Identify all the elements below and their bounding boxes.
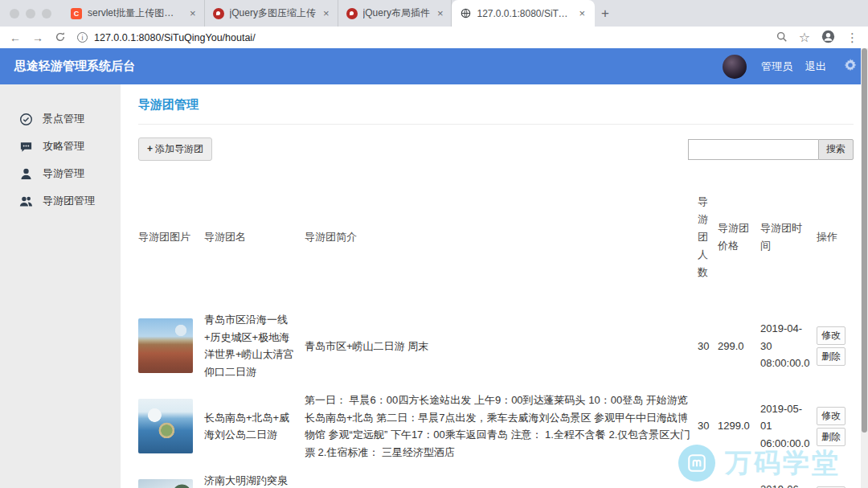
- globe-favicon: [460, 8, 471, 19]
- tour-group-intro: 第一日： 早晨6：00四方长途站出发 上午9：00到达蓬莱码头 10：00登岛 …: [305, 386, 698, 466]
- tab-close-icon[interactable]: ×: [436, 7, 445, 19]
- tab-close-icon[interactable]: ×: [577, 7, 587, 19]
- browser-menu-icon[interactable]: ⋮: [846, 31, 858, 43]
- sidebar-item-label: 攻略管理: [43, 139, 84, 154]
- logout-link[interactable]: 退出: [805, 59, 826, 74]
- delete-button[interactable]: 删除: [817, 347, 845, 366]
- new-tab-button[interactable]: +: [595, 3, 616, 24]
- site-favicon: [346, 8, 358, 19]
- watermark-text: 万码学堂: [725, 445, 841, 482]
- page-info-icon[interactable]: i: [77, 32, 88, 43]
- user-icon: [19, 167, 33, 181]
- tour-group-name: 长岛南岛+北岛+威海刘公岛二日游: [204, 386, 305, 466]
- sidebar-item-label: 景点管理: [43, 112, 84, 126]
- tour-group-photo: [138, 399, 193, 453]
- chat-icon: [19, 140, 33, 154]
- profile-avatar-icon[interactable]: [821, 30, 835, 45]
- col-header-time: 导游团时间: [760, 169, 817, 306]
- sidebar-item-guides-strategy[interactable]: 攻略管理: [0, 133, 121, 160]
- tour-group-table: 导游团图片 导游团名 导游团简介 导游团人数 导游团价格 导游团时间 操作 青岛…: [138, 169, 850, 488]
- search-button[interactable]: 搜索: [818, 139, 854, 160]
- tab-title: jQuery多图压缩上传: [230, 6, 316, 20]
- browser-tab-1[interactable]: C servlet批量上传图片 - 飞一样的 ×: [63, 0, 205, 27]
- edit-button[interactable]: 修改: [817, 407, 845, 425]
- settings-gear-icon[interactable]: [844, 59, 857, 75]
- tour-group-name: 青岛市区沿海一线+历史城区+极地海洋世界+崂山太清宫仰口二日游: [204, 306, 305, 386]
- bookmark-star-icon[interactable]: ☆: [799, 31, 810, 44]
- table-header-row: 导游团图片 导游团名 导游团简介 导游团人数 导游团价格 导游团时间 操作: [138, 169, 850, 306]
- col-header-name: 导游团名: [204, 169, 305, 306]
- site-favicon: [213, 8, 224, 19]
- csdn-favicon: C: [71, 8, 82, 19]
- col-header-price: 导游团价格: [718, 169, 760, 306]
- tour-group-people: 30: [698, 306, 718, 386]
- page-title: 导游团管理: [138, 97, 854, 125]
- maximize-window-icon[interactable]: [42, 9, 51, 18]
- app-header: 思途轻游管理系统后台 管理员 退出: [0, 48, 868, 84]
- tab-close-icon[interactable]: ×: [188, 7, 198, 19]
- tour-group-photo: [138, 479, 193, 488]
- window-controls[interactable]: [10, 9, 51, 18]
- url-text[interactable]: 127.0.0.1:8080/SiTuQingYou/houtai/: [94, 32, 256, 43]
- users-icon: [19, 195, 33, 208]
- tab-title: 127.0.0.1:8080/SiTuQingYou/ho: [477, 8, 571, 19]
- user-avatar[interactable]: [723, 55, 747, 79]
- browser-tab-2[interactable]: jQuery多图压缩上传 ×: [205, 0, 338, 27]
- scrollbar-thumb[interactable]: [862, 48, 867, 433]
- sidebar-item-label: 导游团管理: [43, 194, 95, 208]
- sidebar-item-scenic-spots[interactable]: 景点管理: [0, 105, 121, 133]
- sidebar-item-tour-guides[interactable]: 导游管理: [0, 160, 121, 187]
- admin-link[interactable]: 管理员: [761, 59, 792, 74]
- check-circle-icon: [19, 113, 33, 126]
- col-header-intro: 导游团简介: [305, 169, 698, 306]
- scrollbar[interactable]: [861, 48, 868, 488]
- browser-tab-3[interactable]: jQuery布局插件 ×: [338, 0, 452, 27]
- tab-title: jQuery布局插件: [363, 6, 430, 20]
- search-input[interactable]: [688, 139, 818, 160]
- address-bar[interactable]: i 127.0.0.1:8080/SiTuQingYou/houtai/: [77, 32, 765, 43]
- col-header-actions: 操作: [817, 169, 850, 306]
- forward-icon[interactable]: →: [32, 32, 43, 43]
- watermark: 万码学堂: [678, 445, 841, 482]
- main-content: 导游团管理 +添加导游团 搜索 导游团图片 导游团名 导游团简介 导游团人数 导…: [121, 84, 868, 488]
- zoom-search-icon[interactable]: [776, 31, 788, 44]
- browser-tab-strip: C servlet批量上传图片 - 飞一样的 × jQuery多图压缩上传 × …: [0, 0, 868, 27]
- app-title: 思途轻游管理系统后台: [14, 59, 135, 74]
- tour-group-intro: 包含景点： 济南大明湖、千佛山、趵突泉、黑虎泉、泉城广场。 泰安： 泰山（不包含…: [305, 466, 698, 488]
- delete-button[interactable]: 删除: [817, 428, 845, 446]
- sidebar: 景点管理 攻略管理 导游管理 导游团管理: [0, 84, 121, 488]
- sidebar-item-tour-groups[interactable]: 导游团管理: [0, 187, 121, 215]
- browser-url-bar: ← → i 127.0.0.1:8080/SiTuQingYou/houtai/…: [0, 27, 868, 48]
- tour-group-price: 299.0: [718, 306, 760, 386]
- col-header-image: 导游团图片: [138, 169, 204, 306]
- add-tour-group-button[interactable]: +添加导游团: [138, 137, 212, 161]
- close-window-icon[interactable]: [10, 9, 19, 18]
- tour-group-intro: 青岛市区+崂山二日游 周末: [305, 306, 698, 386]
- tour-group-time: 2019-04-30 08:00:00.0: [760, 306, 817, 386]
- tour-group-photo: [138, 318, 193, 373]
- tour-group-name: 济南大明湖趵突泉+泰山日出+泰安方特 三日游（纯玩无购物）: [204, 466, 305, 488]
- tab-title: servlet批量上传图片 - 飞一样的: [88, 6, 182, 20]
- minimize-window-icon[interactable]: [26, 9, 35, 18]
- edit-button[interactable]: 修改: [817, 326, 845, 345]
- browser-tab-active[interactable]: 127.0.0.1:8080/SiTuQingYou/ho ×: [452, 0, 595, 27]
- back-icon[interactable]: ←: [10, 32, 21, 43]
- col-header-people: 导游团人数: [698, 169, 718, 306]
- plus-icon: +: [147, 143, 153, 154]
- reload-icon[interactable]: [55, 31, 66, 44]
- tab-close-icon[interactable]: ×: [321, 7, 331, 19]
- table-row: 青岛市区沿海一线+历史城区+极地海洋世界+崂山太清宫仰口二日游 青岛市区+崂山二…: [138, 306, 850, 386]
- wanma-logo-icon: [678, 445, 715, 482]
- sidebar-item-label: 导游管理: [43, 166, 84, 181]
